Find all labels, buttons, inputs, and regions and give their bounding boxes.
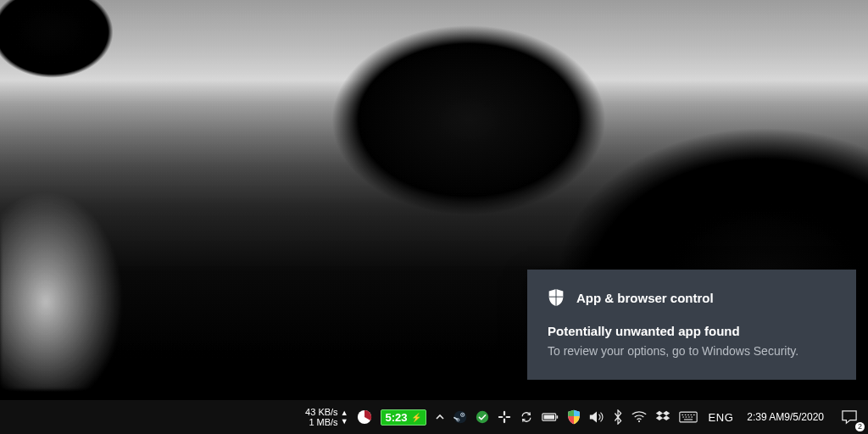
tray-overflow-chevron[interactable]	[431, 400, 449, 434]
taskbar: 43 KB/s 1 MB/s ▲▼ 5:23 ⚡	[0, 400, 868, 434]
svg-point-1	[453, 411, 466, 424]
dropbox-icon[interactable]	[651, 400, 675, 434]
sync-icon[interactable]	[515, 400, 537, 434]
action-center-button[interactable]: 2	[831, 400, 868, 434]
battery-time-indicator[interactable]: 5:23 ⚡	[376, 400, 431, 434]
volume-icon[interactable]	[585, 400, 609, 434]
svg-point-5	[476, 411, 487, 423]
plug-icon: ⚡	[411, 413, 421, 422]
clock-date: 9/5/2020	[784, 411, 824, 423]
download-speed: 43 KB/s	[305, 407, 338, 417]
battery-icon[interactable]	[537, 400, 563, 434]
net-arrows-icon: ▲▼	[341, 409, 348, 426]
steam-icon[interactable]	[449, 400, 471, 434]
svg-rect-6	[503, 411, 504, 416]
svg-rect-9	[505, 416, 510, 418]
battery-time-value: 5:23	[386, 411, 408, 424]
svg-point-13	[638, 420, 640, 422]
windows-security-shield-icon[interactable]	[563, 400, 585, 434]
svg-rect-12	[543, 415, 554, 420]
notification-headline: Potentially unwanted app found	[548, 324, 836, 338]
svg-rect-8	[503, 419, 504, 424]
language-text: ENG	[709, 411, 734, 424]
clock-time: 2:39 AM	[747, 411, 784, 423]
language-indicator[interactable]: ENG	[702, 400, 741, 434]
upload-speed: 1 MB/s	[309, 417, 337, 427]
taskbar-clock[interactable]: 2:39 AM 9/5/2020	[740, 400, 831, 434]
notification-badge: 2	[855, 422, 865, 431]
wifi-icon[interactable]	[627, 400, 651, 434]
bluetooth-icon[interactable]	[609, 400, 627, 434]
svg-point-3	[461, 415, 463, 416]
shield-icon	[548, 288, 565, 307]
slack-icon[interactable]	[493, 400, 515, 434]
green-check-icon[interactable]	[471, 400, 493, 434]
svg-rect-11	[556, 415, 558, 418]
pie-usage-icon[interactable]	[353, 400, 376, 434]
notification-body: To review your options, go to Windows Se…	[548, 343, 836, 359]
svg-rect-7	[498, 416, 503, 418]
notification-title: App & browser control	[576, 291, 714, 305]
keyboard-icon[interactable]	[675, 400, 702, 434]
security-notification-toast[interactable]: App & browser control Potentially unwant…	[527, 270, 856, 380]
network-speed-indicator[interactable]: 43 KB/s 1 MB/s ▲▼	[301, 400, 352, 434]
